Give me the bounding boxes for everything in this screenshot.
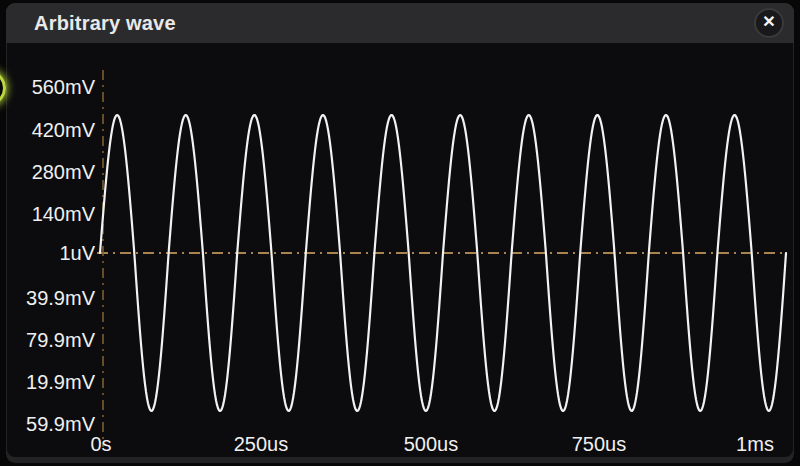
x-tick-label: 750us: [572, 433, 627, 455]
y-tick-label: 280mV: [7, 161, 95, 183]
x-tick-label: 0s: [90, 433, 111, 455]
x-tick-label: 250us: [234, 433, 289, 455]
y-tick-label: 79.9mV: [7, 329, 95, 351]
close-button[interactable]: ✕: [754, 8, 784, 38]
sine-waveform-trace: [100, 115, 786, 411]
waveform-preview-panel: 560mV 420mV 280mV 140mV 1uV 39.9mV 79.9m…: [7, 43, 793, 457]
arbitrary-wave-dialog: Arbitrary wave ✕ 560mV 420mV 280mV 140mV…: [6, 3, 794, 463]
y-tick-label: 560mV: [7, 76, 95, 98]
y-tick-label: 420mV: [7, 119, 95, 141]
waveform-chart: [7, 43, 793, 457]
y-tick-label: 39.9mV: [7, 287, 95, 309]
y-tick-label: 140mV: [7, 203, 95, 225]
x-tick-label: 500us: [404, 433, 459, 455]
y-tick-label: 59.9mV: [7, 413, 95, 435]
dialog-titlebar: Arbitrary wave ✕: [6, 3, 794, 43]
dialog-title: Arbitrary wave: [34, 12, 176, 35]
x-tick-label: 1ms: [736, 433, 774, 455]
y-tick-label: 1uV: [7, 242, 95, 264]
close-icon: ✕: [762, 14, 775, 30]
y-tick-label: 19.9mV: [7, 371, 95, 393]
